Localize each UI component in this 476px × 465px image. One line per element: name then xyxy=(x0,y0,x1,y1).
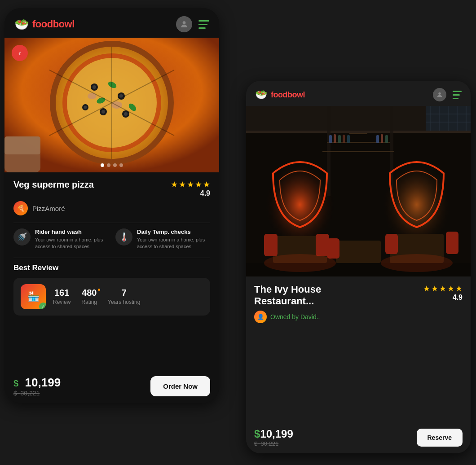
right-current-price: $10,199 xyxy=(254,428,293,440)
left-header: 🥗 foodbowl xyxy=(4,8,219,38)
left-logo: 🥗 foodbowl xyxy=(14,18,75,31)
svg-rect-50 xyxy=(327,238,339,259)
logo-bowl-icon: 🥗 xyxy=(14,18,29,31)
svg-rect-48 xyxy=(264,234,278,256)
temp-icon: 🌡️ xyxy=(115,228,132,246)
food-title: Veg superme pizza xyxy=(13,180,94,190)
left-menu-icon[interactable] xyxy=(198,20,209,29)
owner-avatar: 👤 xyxy=(254,311,267,323)
price-col: $ 10,199 $ 30,221 xyxy=(13,376,61,397)
right-logo-text: foodbowl xyxy=(271,90,305,100)
reserve-button[interactable]: Reserve xyxy=(417,429,463,447)
left-phone: 🥗 foodbowl xyxy=(4,8,219,403)
best-review-title: Best Review xyxy=(13,263,210,272)
svg-point-0 xyxy=(183,21,186,24)
right-currency-symbol: $ xyxy=(254,428,260,440)
title-row: Veg superme pizza ★ ★ ★ ★ ★ 4.9 xyxy=(13,180,210,197)
right-phone: 🥗 foodbowl xyxy=(246,81,471,453)
rating-dot-indicator xyxy=(98,289,100,291)
svg-point-26 xyxy=(438,92,441,95)
star-5: ★ xyxy=(203,180,210,189)
current-price: $ 10,199 xyxy=(13,376,61,390)
stat-years-num: 7 xyxy=(122,288,127,298)
right-content: The Ivy House Restaurant... ★ ★ ★ ★ ★ 4.… xyxy=(246,276,471,323)
restaurant-image-container xyxy=(246,106,471,276)
svg-rect-37 xyxy=(329,135,332,143)
rating-number: 4.9 xyxy=(200,189,210,197)
right-price-row: $10,199 $ 30,221 Reserve xyxy=(246,421,471,453)
svg-point-54 xyxy=(264,254,336,272)
divider-1 xyxy=(13,223,210,223)
left-content: Veg superme pizza ★ ★ ★ ★ ★ 4.9 🍕 PizzAm… xyxy=(4,172,219,323)
feature-handwash-text: Rider hand wash Your own room in a home,… xyxy=(35,228,108,250)
owner-name: Owned by David.. xyxy=(270,313,320,320)
right-stars-col: ★ ★ ★ ★ ★ 4.9 xyxy=(423,284,463,302)
back-button[interactable]: ‹ xyxy=(12,45,28,61)
right-logo: 🥗 foodbowl xyxy=(255,89,305,101)
price-order-row: $ 10,199 $ 30,221 Order Now xyxy=(4,369,219,403)
feature-temp: 🌡️ Daily Temp. checks Your own room in a… xyxy=(115,228,210,250)
dot-4 xyxy=(119,163,123,167)
stat-review: 161 Review xyxy=(53,288,71,305)
r-star-2: ★ xyxy=(431,284,438,294)
left-header-icons xyxy=(176,16,209,32)
r-star-4: ★ xyxy=(447,284,454,294)
svg-rect-51 xyxy=(385,234,398,254)
owner-row: 👤 Owned by David.. xyxy=(254,311,463,323)
currency-symbol: $ xyxy=(13,378,18,388)
review-card: ✓ 161 Review 480 Rating 7 Years hosting xyxy=(13,278,210,316)
svg-rect-41 xyxy=(347,135,350,143)
right-rating-number: 4.9 xyxy=(453,294,463,302)
stat-years: 7 Years hosting xyxy=(108,288,140,305)
feature-temp-title: Daily Temp. checks xyxy=(137,228,210,235)
image-dots xyxy=(101,163,123,167)
svg-point-11 xyxy=(101,110,105,114)
stat-review-num: 161 xyxy=(54,288,69,298)
stat-rating-num: 480 xyxy=(82,288,97,298)
right-menu-icon[interactable] xyxy=(453,91,462,99)
star-4: ★ xyxy=(195,180,202,189)
r-star-3: ★ xyxy=(439,284,446,294)
right-stars-display: ★ ★ ★ ★ ★ xyxy=(423,284,463,294)
svg-rect-40 xyxy=(343,135,345,143)
stars-col: ★ ★ ★ ★ ★ 4.9 xyxy=(171,180,210,197)
feature-temp-text: Daily Temp. checks Your own room in a ho… xyxy=(137,228,210,250)
svg-point-55 xyxy=(381,254,453,272)
stars-display: ★ ★ ★ ★ ★ xyxy=(171,180,210,189)
right-original-price: $ 30,221 xyxy=(254,440,293,447)
dot-1 xyxy=(101,163,104,167)
svg-rect-52 xyxy=(446,232,458,254)
rest-title-row: The Ivy House Restaurant... ★ ★ ★ ★ ★ 4.… xyxy=(254,284,463,307)
price-value: 10,199 xyxy=(25,376,61,389)
right-avatar-icon[interactable] xyxy=(433,88,446,101)
dot-2 xyxy=(107,163,110,167)
restaurant-image xyxy=(246,106,471,276)
r-star-5: ★ xyxy=(455,284,463,294)
svg-point-7 xyxy=(93,85,96,89)
star-1: ★ xyxy=(171,180,178,189)
svg-rect-38 xyxy=(334,134,336,143)
stat-rating-label: Rating xyxy=(81,299,97,305)
review-stats: 161 Review 480 Rating 7 Years hosting xyxy=(53,288,140,305)
left-avatar-icon[interactable] xyxy=(176,16,192,32)
food-image xyxy=(4,38,219,172)
svg-rect-44 xyxy=(385,135,388,143)
stat-years-label: Years hosting xyxy=(108,299,140,305)
svg-rect-39 xyxy=(338,135,341,143)
restaurant-row: 🍕 PizzAmoré xyxy=(13,201,210,215)
right-price-col: $10,199 $ 30,221 xyxy=(254,428,293,447)
right-header-icons xyxy=(433,88,462,101)
svg-point-13 xyxy=(124,112,128,116)
feature-handwash-title: Rider hand wash xyxy=(35,228,108,235)
dot-3 xyxy=(113,163,117,167)
order-now-button[interactable]: Order Now xyxy=(150,376,210,396)
r-star-1: ★ xyxy=(423,284,430,294)
stat-review-label: Review xyxy=(53,299,71,305)
features-row: 🚿 Rider hand wash Your own room in a hom… xyxy=(13,228,210,250)
star-3: ★ xyxy=(187,180,194,189)
restaurant-avatar: 🍕 xyxy=(13,201,28,215)
right-header: 🥗 foodbowl xyxy=(246,81,471,106)
right-logo-bowl-icon: 🥗 xyxy=(255,89,267,101)
stat-rating: 480 Rating xyxy=(81,288,97,305)
svg-rect-46 xyxy=(336,241,381,263)
